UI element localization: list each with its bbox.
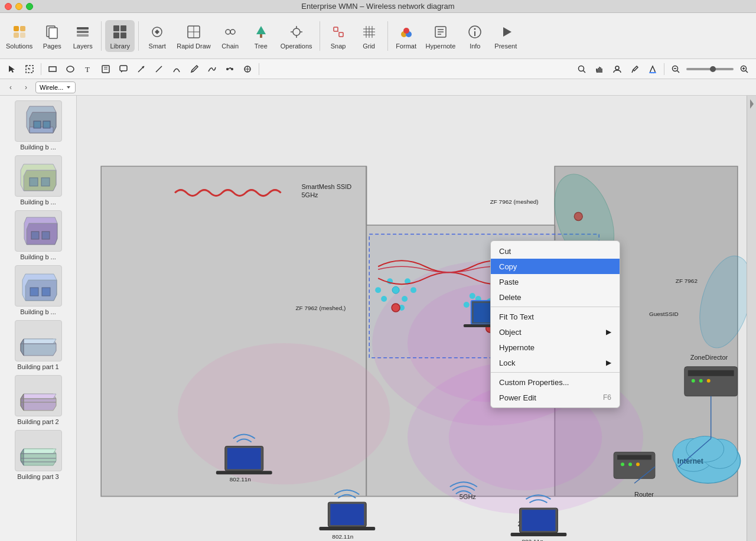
sidebar-item-6[interactable]: Building part 3 — [6, 430, 71, 480]
arc-tool[interactable] — [168, 61, 185, 77]
toolbar-present[interactable]: Present — [491, 20, 520, 52]
toolbar-format[interactable]: Format — [392, 20, 421, 52]
zoom-out-btn[interactable] — [667, 61, 684, 77]
svg-marker-46 — [503, 27, 511, 37]
ctx-lock-arrow: ▶ — [606, 359, 611, 367]
svg-rect-142 — [216, 471, 272, 474]
svg-text:ZF 7962 (meshed): ZF 7962 (meshed) — [490, 198, 539, 205]
line-tool[interactable] — [151, 61, 167, 77]
ctx-cut[interactable]: Cut — [491, 243, 620, 259]
search-btn[interactable] — [573, 61, 590, 77]
toolbar-layers[interactable]: Layers — [68, 20, 97, 52]
zoom-slider-thumb[interactable] — [710, 66, 716, 72]
toolbar-hypernote[interactable]: Hypernote — [422, 20, 460, 52]
svg-rect-145 — [330, 504, 364, 525]
close-button[interactable] — [5, 3, 12, 10]
svg-text:ZoneDirector: ZoneDirector — [690, 354, 728, 361]
pen-tool[interactable] — [186, 61, 203, 77]
ctx-copy-label: Copy — [499, 262, 517, 271]
ctx-paste[interactable]: Paste — [491, 274, 620, 289]
ctx-power-edit[interactable]: Power Edit F6 — [491, 390, 620, 405]
svg-marker-47 — [9, 66, 15, 73]
toolbar-tree[interactable]: Tree — [246, 20, 276, 52]
ctx-lock[interactable]: Lock ▶ — [491, 355, 620, 370]
ctx-object[interactable]: Object ▶ — [491, 324, 620, 340]
toolbar-snap[interactable]: Snap — [324, 20, 353, 52]
ctx-delete[interactable]: Delete — [491, 289, 620, 305]
toolbar-chain[interactable]: Chain — [216, 20, 245, 52]
toolbar-divider-2 — [138, 21, 139, 51]
fullscreen-button[interactable] — [26, 3, 33, 10]
svg-point-61 — [226, 68, 229, 70]
svg-line-69 — [632, 70, 633, 73]
toolbar-library[interactable]: Library — [105, 20, 135, 52]
zoom-in-btn[interactable] — [736, 61, 752, 77]
svg-text:5GHz: 5GHz — [302, 191, 319, 198]
svg-rect-82 — [34, 121, 41, 128]
layers-label: Layers — [73, 43, 93, 50]
arrow-tool[interactable] — [133, 61, 149, 77]
oval-tool[interactable] — [62, 61, 79, 77]
ctx-fit-to-text[interactable]: Fit To Text — [491, 309, 620, 324]
shape-tool[interactable] — [239, 61, 256, 77]
hand-tool[interactable] — [591, 61, 608, 77]
toolbar-solutions[interactable]: Solutions — [2, 20, 36, 52]
zoom-slider[interactable] — [686, 68, 734, 70]
sidebar-label-3: Building b ... — [20, 308, 56, 315]
sidebar-item-3[interactable]: Building b ... — [6, 265, 71, 315]
user-tool[interactable] — [609, 61, 625, 77]
info-label: Info — [470, 43, 480, 50]
note-tool[interactable] — [97, 61, 114, 77]
svg-marker-107 — [21, 449, 24, 465]
toolbar-divider-1 — [101, 21, 102, 51]
select-tool[interactable] — [4, 61, 20, 77]
sidebar-label-6: Building part 3 — [17, 473, 58, 480]
svg-marker-78 — [67, 86, 70, 89]
prev-page-btn[interactable]: ‹ — [5, 82, 17, 93]
pages-icon — [43, 22, 61, 41]
rect-tool[interactable] — [44, 61, 61, 77]
snap-icon — [329, 22, 348, 41]
page-selector[interactable]: Wirele... — [35, 82, 76, 93]
toolbar-rapid-draw[interactable]: Rapid Draw — [173, 20, 214, 52]
sidebar-item-5[interactable]: Building part 2 — [6, 375, 71, 425]
toolbar-pages[interactable]: Pages — [37, 20, 67, 52]
svg-rect-6 — [77, 27, 89, 30]
sidebar-item-1[interactable]: Building b ... — [6, 155, 71, 206]
svg-rect-141 — [227, 448, 261, 469]
text-tool[interactable]: T — [80, 61, 96, 77]
toolbar-operations[interactable]: Operations — [277, 20, 316, 52]
sidebar-item-2[interactable]: Building b ... — [6, 210, 71, 260]
toolbar-grid[interactable]: Grid — [354, 20, 384, 52]
ctx-sep-2 — [491, 372, 620, 373]
sidebar-item-0[interactable]: Building b ... — [6, 100, 71, 151]
ctx-copy[interactable]: Copy — [491, 259, 620, 274]
fill-tool[interactable] — [644, 61, 661, 77]
svg-rect-3 — [20, 32, 25, 38]
sidebar-label-0: Building b ... — [20, 144, 56, 151]
drawing-toolbar: T — [0, 59, 756, 79]
toolbar-smart[interactable]: Smart — [142, 20, 172, 52]
ctx-custom-props[interactable]: Custom Properties... — [491, 374, 620, 390]
callout-tool[interactable] — [115, 61, 132, 77]
ctx-hypernote[interactable]: Hypernote — [491, 340, 620, 355]
svg-marker-57 — [121, 71, 123, 73]
scroll-indicator-right[interactable] — [747, 96, 756, 541]
ctx-fit-to-text-label: Fit To Text — [499, 312, 534, 321]
traffic-lights — [5, 3, 33, 10]
context-menu: Cut Copy Paste Delete Fit To Text Object… — [490, 240, 620, 408]
next-page-btn[interactable]: › — [20, 82, 32, 93]
connect-tool[interactable] — [221, 61, 238, 77]
sidebar-item-4[interactable]: Building part 1 — [6, 320, 71, 370]
freehand-tool[interactable] — [204, 61, 220, 77]
main-toolbar: Solutions Pages Layers Library Smart Rap… — [0, 13, 756, 59]
svg-text:ZF 7962 (meshed,): ZF 7962 (meshed,) — [296, 305, 346, 311]
select-all-tool[interactable] — [21, 61, 38, 77]
minimize-button[interactable] — [15, 3, 22, 10]
svg-marker-84 — [24, 170, 56, 191]
svg-text:5GHz: 5GHz — [460, 493, 477, 500]
diagram-canvas[interactable]: SmartMesh SSID 5GHz ZF 7962 (meshed) ZF … — [77, 96, 756, 541]
main-area: Building b ... Building b ... — [0, 96, 756, 541]
eyedropper-tool[interactable] — [627, 61, 643, 77]
toolbar-info[interactable]: Info — [460, 20, 490, 52]
